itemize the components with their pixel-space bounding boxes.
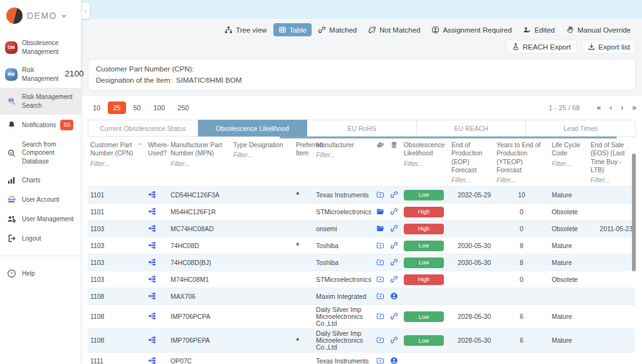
match-link-icon[interactable]: [390, 336, 398, 344]
tab-lead-times[interactable]: Lead Times: [526, 120, 636, 137]
cpn-cell: 1103: [88, 237, 145, 254]
sort-ascending-icon[interactable]: [137, 141, 143, 158]
table-row[interactable]: 1103MC74HC08ADonsemiHigh0Obsolete2011-05…: [88, 221, 635, 237]
column-header-customer-part-number-cpn[interactable]: Customer Part Number (CPN): [88, 137, 145, 187]
sidebar-item-notifications[interactable]: Notifications53: [0, 115, 81, 135]
mpn-cell: M54HC126F1R: [168, 204, 231, 221]
tab-eu-reach[interactable]: EU REACH: [417, 120, 527, 137]
folder-outline-icon[interactable]: [376, 258, 384, 266]
where-used-icon[interactable]: [148, 312, 156, 320]
sidebar-item-help[interactable]: ?Help: [0, 264, 81, 283]
folder-filled-icon[interactable]: [376, 224, 384, 232]
next-page-button[interactable]: ›: [621, 103, 623, 112]
table-row[interactable]: 110374HC08D(BJ)ToshibaLow2030-05-308Matu…: [88, 254, 635, 271]
likelihood-badge: High: [404, 207, 444, 217]
column-header-end-of-production-eop-forecast: End of Production (EOP) Forecast: [449, 137, 494, 187]
prev-page-button[interactable]: ‹: [609, 103, 611, 112]
filter-input-obsolescence-likelihood[interactable]: [404, 160, 445, 167]
sidebar-item-risk-management-search[interactable]: RMRisk Management Search: [0, 88, 81, 115]
likelihood-badge: Low: [404, 335, 444, 346]
sidebar-item-logout[interactable]: Logout: [0, 229, 81, 248]
reach-export-button[interactable]: REACH Export: [506, 39, 577, 54]
tree-view-button[interactable]: Tree view: [219, 23, 271, 36]
filter-input-years-to-end-of-production-yteop-forecast[interactable]: [497, 177, 544, 184]
table-row[interactable]: 1111OP07CTexas Instruments: [88, 353, 635, 364]
last-page-button[interactable]: »: [632, 103, 636, 112]
where-used-icon[interactable]: [148, 275, 156, 283]
documents-icon: [376, 143, 384, 150]
sidebar-item-charts[interactable]: Charts: [0, 170, 81, 190]
table-row[interactable]: 1108MAX706Maxim Integrated: [88, 288, 635, 305]
sidebar-item-user-management[interactable]: User Management: [0, 209, 81, 229]
folder-outline-icon[interactable]: [376, 275, 384, 283]
assignment-required-icon[interactable]: [390, 356, 398, 364]
match-link-icon[interactable]: [390, 207, 398, 216]
filter-input-life-cycle-code[interactable]: [552, 160, 584, 167]
manual-override-button[interactable]: Manual Override: [561, 23, 636, 36]
match-link-icon[interactable]: [390, 224, 398, 232]
folder-outline-icon[interactable]: [376, 241, 384, 249]
folder-outline-icon[interactable]: [376, 312, 384, 320]
life-cycle-code-cell: Mature: [549, 237, 588, 254]
table-row[interactable]: 1108IMP706PCPADaily Silver Imp Microelec…: [88, 305, 635, 329]
where-used-icon[interactable]: [148, 190, 156, 199]
logo-menu[interactable]: DEMO: [0, 0, 81, 34]
filter-input-end-of-production-eop-forecast[interactable]: [451, 177, 490, 184]
folder-outline-icon[interactable]: [376, 336, 384, 344]
where-used-icon[interactable]: [148, 356, 156, 364]
folder-outline-icon[interactable]: [376, 356, 384, 364]
assignment-required-button[interactable]: Assignment Required: [426, 23, 517, 36]
sidebar-item-obsolesence-management[interactable]: OMObsolesence Management: [0, 34, 81, 61]
page-size-250[interactable]: 250: [172, 101, 194, 114]
column-header-database: [387, 137, 401, 187]
table-row[interactable]: 1103M74HC08M1STMicroelectronicsHigh0Obso…: [88, 271, 635, 288]
first-page-button[interactable]: «: [597, 103, 601, 112]
yteop-forecast-cell: 6: [494, 329, 549, 353]
tab-eu-rohs[interactable]: EU RoHS: [307, 120, 417, 137]
filter-input-type-designation[interactable]: [233, 152, 288, 159]
not-matched-button[interactable]: Not Matched: [363, 23, 425, 36]
match-link-icon[interactable]: [390, 241, 398, 249]
table-row[interactable]: 1108IMP706PEPA*Daily Silver Imp Microele…: [88, 329, 635, 353]
match-link-icon[interactable]: [390, 258, 398, 266]
folder-filled-icon[interactable]: [376, 207, 384, 216]
filter-input-end-of-sale-eos-last-time-buy-ltb[interactable]: [591, 177, 631, 184]
table-button[interactable]: Table: [273, 23, 312, 36]
where-used-icon[interactable]: [148, 207, 156, 216]
match-link-icon[interactable]: [390, 275, 398, 283]
horizontal-scrollbar[interactable]: [280, 137, 617, 138]
assignment-required-icon[interactable]: [390, 292, 398, 300]
vertical-scrollbar[interactable]: [632, 153, 636, 271]
where-used-icon[interactable]: [148, 292, 156, 300]
export-list-button[interactable]: Export list: [582, 39, 636, 54]
match-link-icon[interactable]: [390, 312, 398, 320]
filter-input-manufacturer[interactable]: [316, 152, 369, 159]
designation-label: Designation of the Item:: [96, 76, 172, 84]
tab-obsolescence-likelihood[interactable]: Obsolescence Likelihood: [198, 120, 308, 137]
filter-input-manufacturer-part-number-mpn[interactable]: [171, 160, 225, 167]
page-size-100[interactable]: 100: [149, 101, 170, 114]
folder-outline-icon[interactable]: [376, 190, 384, 199]
where-used-icon[interactable]: [148, 336, 156, 344]
folder-outline-icon[interactable]: [376, 292, 384, 300]
manufacturer-cell: Texas Instruments: [313, 353, 374, 364]
sidebar-collapse-button[interactable]: ‹: [82, 3, 90, 19]
table-row[interactable]: 110374HC08D*ToshibaLow2030-05-308Mature: [88, 237, 635, 254]
page-navigation: 1 - 25 / 68 «‹›»: [549, 103, 636, 112]
tab-current-obsolescence-status[interactable]: Current Obsolescence Status: [88, 120, 198, 137]
sidebar-item-search-from-component-database[interactable]: Search from Component Database: [0, 135, 81, 171]
sidebar-item-risk-management[interactable]: RMRisk Management2100: [0, 61, 81, 88]
matched-button[interactable]: Matched: [313, 23, 362, 36]
page-size-10[interactable]: 10: [88, 101, 105, 114]
match-link-icon[interactable]: [390, 190, 398, 199]
where-used-icon[interactable]: [148, 224, 156, 232]
page-size-25[interactable]: 25: [108, 101, 125, 114]
table-row[interactable]: 1101CD54HC126F3A*Texas InstrumentsLow203…: [88, 187, 635, 204]
table-row[interactable]: 1101M54HC126F1RSTMicroelectronicsHigh0Ob…: [88, 204, 635, 221]
where-used-icon[interactable]: [148, 241, 156, 249]
edited-button[interactable]: Edited: [518, 23, 560, 36]
where-used-icon[interactable]: [148, 258, 156, 266]
filter-input-customer-part-number-cpn[interactable]: [90, 160, 140, 167]
page-size-50[interactable]: 50: [129, 101, 146, 114]
sidebar-item-user-account[interactable]: iiomUser Account: [0, 190, 81, 209]
